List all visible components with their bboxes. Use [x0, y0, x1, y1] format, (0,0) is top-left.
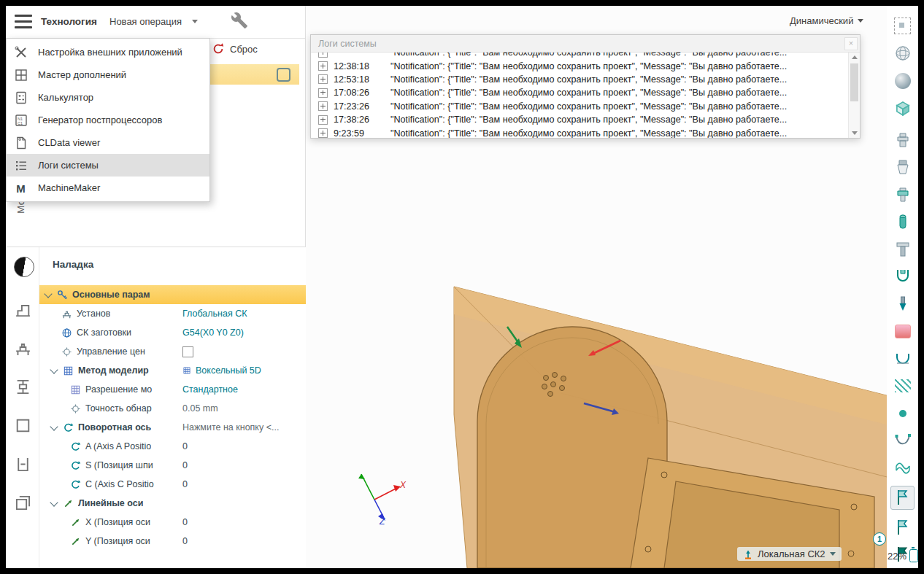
reset-label: Сброс: [230, 44, 258, 55]
blank-icon[interactable]: [14, 416, 32, 435]
wrench-icon[interactable]: [231, 12, 248, 29]
row-value[interactable]: 0: [182, 441, 303, 451]
fit-view-icon[interactable]: [893, 16, 912, 36]
log-row[interactable]: 12:53:18 "Notification": {"Title": "Вам …: [311, 73, 849, 86]
menu-item-machinemaker[interactable]: MachineMaker: [7, 177, 209, 199]
row-value[interactable]: 0: [182, 517, 303, 527]
fixture-3-icon[interactable]: [893, 185, 912, 204]
chevron-down-icon[interactable]: [50, 498, 58, 506]
scroll-down-icon[interactable]: [852, 131, 858, 135]
row-value[interactable]: 0: [182, 479, 303, 489]
log-message: "Notification": {"Title": "Вам необходим…: [390, 115, 787, 125]
logs-panel-title: Логи системы: [318, 39, 377, 49]
setup-section-icon[interactable]: [14, 257, 34, 277]
fixture-4-icon[interactable]: [893, 212, 912, 232]
logs-panel-titlebar[interactable]: Логи системы: [311, 35, 860, 53]
row-value[interactable]: 0.05 mm: [182, 403, 303, 414]
row-value[interactable]: Стандартное: [182, 384, 303, 395]
shaded-view-icon[interactable]: [893, 71, 912, 90]
setup-row-model-resolution[interactable]: Разрешение мо Стандартное: [39, 380, 306, 399]
row-value[interactable]: Нажмите на кнопку <...: [182, 422, 303, 433]
expand-icon[interactable]: [318, 61, 328, 71]
row-value[interactable]: G54(X0 Y0 Z0): [182, 327, 303, 338]
setup-row-model-method[interactable]: Метод моделир Воксельный 5D: [39, 361, 306, 380]
setup-row-center-control[interactable]: Управление цен: [39, 342, 306, 361]
scrollbar[interactable]: [848, 53, 860, 138]
hatch-icon[interactable]: [893, 376, 912, 396]
menu-item-external-apps[interactable]: Настройка внешних приложений: [7, 41, 209, 63]
setup-row-axis-y[interactable]: Y (Позиция оси 0: [39, 532, 306, 551]
row-value[interactable]: Воксельный 5D: [182, 365, 303, 376]
setup-row-detect-accuracy[interactable]: Точность обнар 0.05 mm: [39, 399, 306, 418]
row-value[interactable]: Глобальная СК: [182, 309, 303, 319]
scroll-up-icon[interactable]: [852, 55, 858, 59]
menu-item-system-logs[interactable]: Логи системы: [7, 154, 209, 177]
fixture-1-icon[interactable]: [893, 130, 912, 150]
point-icon[interactable]: [893, 403, 912, 423]
new-operation-dropdown[interactable]: Новая операция: [109, 16, 198, 27]
setup-row-setup[interactable]: Установ Глобальная СК: [39, 304, 306, 323]
coordinate-system-label: Локальная СК2: [758, 548, 825, 559]
menu-item-addon-wizard[interactable]: Мастер дополнений: [7, 63, 209, 86]
sheets-icon[interactable]: [14, 494, 32, 512]
right-toolbar: [887, 6, 918, 568]
row-label: СК заготовки: [77, 327, 131, 338]
close-icon[interactable]: [844, 37, 858, 50]
setup-row-rotary-axis[interactable]: Поворотная ось Нажмите на кнопку <...: [39, 418, 306, 437]
log-row[interactable]: 17:23:26 "Notification": {"Title": "Вам …: [311, 100, 849, 113]
bench-icon[interactable]: [14, 339, 32, 357]
chevron-down-icon[interactable]: [44, 290, 52, 298]
expand-icon[interactable]: [318, 128, 328, 138]
row-value[interactable]: 0: [182, 460, 303, 470]
hamburger-menu-icon[interactable]: [15, 15, 32, 28]
press-icon[interactable]: [14, 378, 32, 396]
setup-row-axis-x[interactable]: X (Позиция оси 0: [39, 513, 306, 532]
expand-icon[interactable]: [318, 53, 328, 58]
expand-icon[interactable]: [318, 74, 328, 84]
reset-button[interactable]: Сброс: [212, 42, 258, 55]
log-row[interactable]: 17:08:26 "Notification": {"Title": "Вам …: [311, 86, 849, 99]
log-message: "Notification": {"Title": "Вам необходим…: [390, 128, 787, 138]
menu-item-postprocessor-generator[interactable]: Генератор постпроцессоров: [7, 109, 209, 131]
menu-item-cldata-viewer[interactable]: CLData viewer: [7, 131, 209, 154]
row-value[interactable]: 0: [182, 536, 303, 546]
fixture-5-icon[interactable]: [893, 239, 912, 259]
scrollbar-thumb[interactable]: [850, 63, 858, 101]
log-row[interactable]: 17:38:26 "Notification": {"Title": "Вам …: [311, 113, 849, 126]
view-mode-dropdown[interactable]: Динамический: [790, 15, 863, 26]
chevron-down-icon[interactable]: [50, 422, 58, 430]
expand-icon[interactable]: [318, 115, 328, 125]
log-row[interactable]: 12:38:18 "Notification": {"Title": "Вам …: [311, 59, 849, 72]
setup-row-axis-c[interactable]: C (Axis C Positio 0: [39, 475, 306, 494]
tool-icon[interactable]: [893, 294, 912, 314]
checkbox[interactable]: [182, 346, 193, 357]
tab-technology[interactable]: Технология: [41, 16, 97, 27]
translucent-view-icon[interactable]: [893, 98, 912, 118]
workpiece-icon[interactable]: [893, 322, 912, 341]
curve-icon[interactable]: [893, 431, 912, 451]
setup-row-axis-a[interactable]: A (Axis A Positio 0: [39, 437, 306, 456]
chevron-down-icon[interactable]: [50, 365, 58, 373]
row-label: S (Позиция шпи: [85, 460, 153, 470]
machine-icon[interactable]: [14, 300, 32, 319]
fixture-2-icon[interactable]: [893, 158, 912, 177]
flag-active-icon[interactable]: [890, 486, 915, 510]
setup-row-workpiece-cs[interactable]: СК заготовки G54(X0 Y0 Z0): [39, 323, 306, 342]
coordinate-system-dropdown[interactable]: Локальная СК2: [737, 547, 842, 561]
chevron-down-icon: [858, 19, 863, 23]
log-row[interactable]: 9:23:59 "Notification": {"Title": "Вам н…: [311, 126, 849, 138]
setup-row-linear-axes[interactable]: Линейные оси: [39, 494, 306, 513]
setup-row-main-params[interactable]: Основные парам: [39, 285, 306, 304]
expand-icon[interactable]: [318, 101, 328, 111]
surface-icon[interactable]: [893, 458, 912, 478]
log-row[interactable]: "Notification": {"Title": "Вам необходим…: [311, 53, 849, 59]
flag-icon[interactable]: [893, 517, 912, 537]
expand-icon[interactable]: [318, 88, 328, 98]
clamp-icon[interactable]: [14, 455, 32, 473]
setup-row-spindle-pos[interactable]: S (Позиция шпи 0: [39, 456, 306, 475]
fixture-6-icon[interactable]: [893, 267, 912, 287]
toolpath-icon[interactable]: [893, 349, 912, 368]
wireframe-view-icon[interactable]: [893, 44, 912, 63]
menu-item-calculator[interactable]: Калькулятор: [7, 86, 209, 109]
chevron-down-icon: [830, 552, 836, 556]
